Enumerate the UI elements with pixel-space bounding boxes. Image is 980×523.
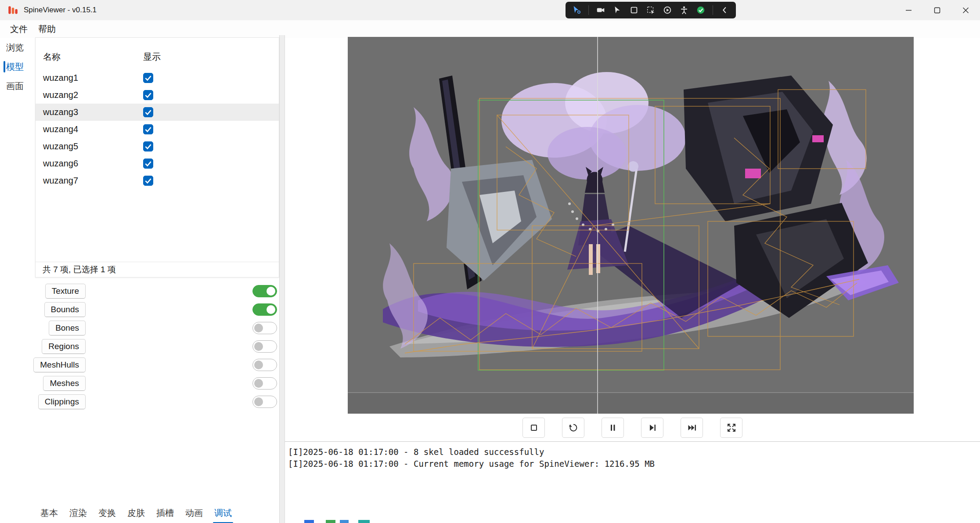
- table-row[interactable]: wuzang1: [36, 69, 279, 87]
- titlebar: SpineViewer - v0.15.1: [0, 0, 980, 20]
- toggle-knob: [254, 397, 263, 406]
- skip-forward-button[interactable]: [681, 418, 703, 438]
- table-row[interactable]: wuzang7: [36, 172, 279, 189]
- table-row[interactable]: wuzang2: [36, 87, 279, 104]
- visibility-checkbox[interactable]: [143, 124, 153, 134]
- taskbar-icon-sliver[interactable]: [340, 520, 349, 523]
- table-row[interactable]: wuzang4: [36, 121, 279, 138]
- fullscreen-button[interactable]: [720, 418, 742, 438]
- step-forward-icon: [647, 422, 658, 433]
- cursor-icon[interactable]: [612, 5, 622, 15]
- sidebar: 浏览 模型 画面: [0, 38, 30, 523]
- tab-render[interactable]: 渲染: [69, 507, 87, 519]
- render-viewport[interactable]: [348, 37, 914, 414]
- sidebar-item-browse[interactable]: 浏览: [0, 38, 30, 57]
- toolbar-divider: [713, 5, 713, 15]
- visibility-checkbox[interactable]: [143, 176, 153, 186]
- meshhulls-toggle[interactable]: [252, 359, 277, 371]
- collapse-chevron-icon[interactable]: [720, 5, 730, 15]
- taskbar-icon-sliver[interactable]: [326, 520, 335, 523]
- visibility-checkbox[interactable]: [143, 159, 153, 169]
- column-header-visible: 显示: [143, 51, 161, 63]
- bounds-toggle[interactable]: [252, 303, 277, 316]
- close-icon: [962, 7, 969, 14]
- meshhulls-button[interactable]: MeshHulls: [33, 357, 86, 372]
- log-line: [I]2025-06-18 01:17:00 - Current memory …: [288, 458, 980, 470]
- table-row[interactable]: wuzang3: [36, 104, 279, 121]
- column-header-name: 名称: [43, 51, 61, 63]
- panel-splitter[interactable]: [279, 35, 285, 523]
- model-name: wuzang6: [43, 159, 78, 169]
- meshes-toggle[interactable]: [252, 377, 277, 390]
- playback-bar: [285, 415, 980, 440]
- toggle-knob: [267, 305, 275, 314]
- debug-row: Bones: [35, 319, 279, 337]
- sidebar-item-screen[interactable]: 画面: [0, 76, 30, 96]
- regions-toggle[interactable]: [252, 340, 277, 353]
- bounds-button[interactable]: Bounds: [44, 302, 86, 317]
- bones-button[interactable]: Bones: [49, 321, 86, 335]
- stop-button[interactable]: [522, 418, 545, 438]
- model-name: wuzang1: [43, 73, 78, 83]
- bones-toggle[interactable]: [252, 322, 277, 334]
- visibility-checkbox[interactable]: [143, 90, 153, 100]
- debug-row: Regions: [35, 337, 279, 356]
- window-controls: [894, 0, 980, 20]
- selection-status: 共 7 项, 已选择 1 项: [36, 262, 279, 277]
- success-check-icon[interactable]: [696, 5, 706, 15]
- regions-button[interactable]: Regions: [42, 339, 86, 354]
- fullscreen-icon: [726, 422, 737, 433]
- tab-debug[interactable]: 调试: [214, 507, 232, 519]
- close-button[interactable]: [951, 0, 980, 20]
- tab-transform[interactable]: 变换: [98, 507, 116, 519]
- accessibility-icon[interactable]: [679, 5, 689, 15]
- menu-help[interactable]: 帮助: [38, 23, 56, 35]
- tab-slot[interactable]: 插槽: [156, 507, 174, 519]
- app-window: SpineViewer - v0.15.1: [0, 0, 980, 523]
- stop-icon: [529, 422, 539, 433]
- tab-animation[interactable]: 动画: [185, 507, 203, 519]
- pause-button[interactable]: [602, 418, 624, 438]
- sidebar-item-model[interactable]: 模型: [0, 57, 30, 76]
- toggle-knob: [254, 324, 263, 332]
- meshes-button[interactable]: Meshes: [43, 376, 86, 391]
- log-panel[interactable]: [I]2025-06-18 01:17:00 - 8 skel loaded s…: [285, 441, 980, 523]
- debug-row: Bounds: [35, 300, 279, 319]
- property-tabs: 基本 渲染 变换 皮肤 插槽 动画 调试: [35, 503, 279, 523]
- model-name: wuzang7: [43, 176, 78, 186]
- texture-button[interactable]: Texture: [45, 284, 86, 299]
- clippings-button[interactable]: Clippings: [38, 394, 86, 409]
- log-line: [I]2025-06-18 01:17:00 - 8 skel loaded s…: [288, 446, 980, 458]
- taskbar-icon-sliver[interactable]: [304, 520, 314, 523]
- menu-file[interactable]: 文件: [10, 23, 28, 35]
- model-name: wuzang2: [43, 90, 78, 100]
- camera-icon[interactable]: [596, 5, 605, 15]
- tab-skin[interactable]: 皮肤: [127, 507, 145, 519]
- table-row[interactable]: wuzang6: [36, 155, 279, 172]
- maximize-button[interactable]: [923, 0, 951, 20]
- toolbar-divider: [588, 5, 589, 15]
- texture-toggle[interactable]: [252, 285, 277, 297]
- debug-row: MeshHulls: [35, 356, 279, 374]
- replay-button[interactable]: [562, 418, 584, 438]
- frame-icon[interactable]: [629, 5, 639, 15]
- minimize-button[interactable]: [894, 0, 923, 20]
- minimize-icon: [905, 7, 912, 14]
- capture-toolbar: [566, 2, 736, 18]
- record-indicator-icon[interactable]: [663, 5, 672, 15]
- visibility-checkbox[interactable]: [143, 107, 153, 117]
- visibility-checkbox[interactable]: [143, 141, 153, 151]
- menubar: 文件 帮助: [0, 20, 980, 38]
- skip-forward-icon: [687, 422, 697, 433]
- tab-basic[interactable]: 基本: [40, 507, 58, 519]
- maximize-icon: [933, 7, 941, 14]
- taskbar-icon-sliver[interactable]: [358, 520, 370, 523]
- region-select-icon[interactable]: [646, 5, 656, 15]
- step-forward-button[interactable]: [641, 418, 663, 438]
- toggle-knob: [254, 379, 263, 388]
- toggle-knob: [254, 361, 263, 369]
- clippings-toggle[interactable]: [252, 396, 277, 408]
- visibility-checkbox[interactable]: [143, 73, 153, 83]
- pointer-settings-icon[interactable]: [572, 5, 581, 15]
- table-row[interactable]: wuzang5: [36, 138, 279, 155]
